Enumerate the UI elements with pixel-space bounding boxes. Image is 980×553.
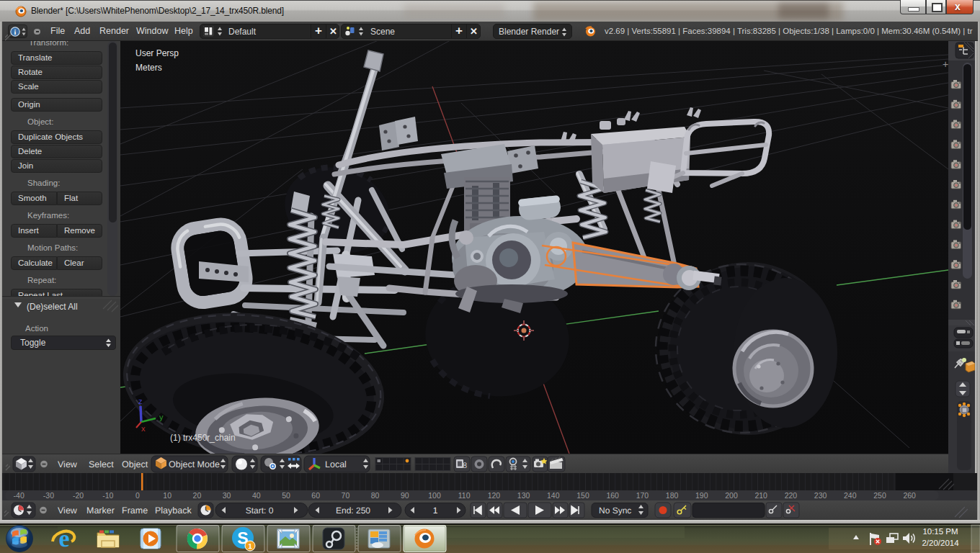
svg-text:y: y (159, 413, 164, 422)
svg-text:z: z (138, 397, 143, 406)
svg-text:Object: Object (122, 459, 148, 469)
svg-text:Object Mode: Object Mode (169, 459, 220, 469)
svg-text:End: 250: End: 250 (336, 505, 370, 516)
svg-text:Playback: Playback (155, 505, 192, 516)
svg-text:2/20/2014: 2/20/2014 (922, 539, 959, 548)
svg-text:Start: 0: Start: 0 (246, 505, 274, 516)
svg-text:View: View (58, 505, 78, 516)
svg-text:Select: Select (89, 459, 114, 469)
svg-text:1: 1 (433, 505, 438, 516)
svg-text:1: 1 (248, 543, 252, 551)
svg-text:Marker: Marker (86, 505, 115, 516)
svg-text:e: e (58, 526, 69, 552)
svg-text:No Sync: No Sync (599, 505, 631, 516)
svg-text:Frame: Frame (122, 505, 148, 516)
svg-text:x: x (141, 425, 146, 433)
svg-text:View: View (58, 459, 78, 469)
svg-text:10:15 PM: 10:15 PM (922, 528, 958, 536)
svg-text:8: 8 (463, 462, 467, 470)
svg-text:Local: Local (325, 459, 347, 469)
